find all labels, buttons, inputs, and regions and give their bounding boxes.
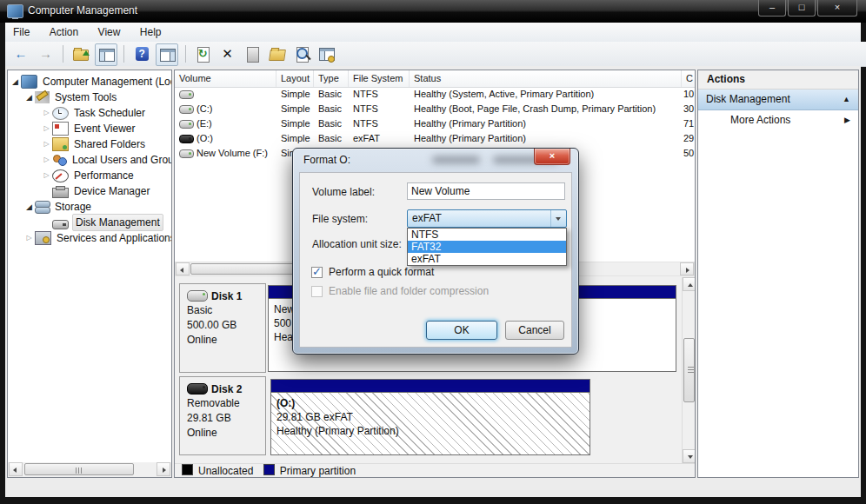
column-header-filesystem[interactable]: File System (349, 70, 410, 87)
column-header-status[interactable]: Status (410, 70, 682, 87)
scroll-up-button[interactable] (683, 277, 696, 291)
tree-item-label: Disk Management (72, 214, 163, 231)
tree-expander-icon[interactable]: ◢ (23, 90, 35, 105)
tree-expander-icon[interactable]: ◢ (23, 199, 35, 215)
dropdown-option-ntfs[interactable]: NTFS (408, 229, 566, 241)
help-button[interactable]: ? (131, 43, 152, 64)
find-button[interactable] (291, 43, 312, 64)
menu-help[interactable]: Help (132, 23, 170, 42)
settings-button[interactable] (316, 43, 336, 64)
column-header-layout[interactable]: Layout (276, 70, 314, 87)
scroll-thumb[interactable] (24, 463, 134, 475)
column-header-volume[interactable]: Volume (175, 70, 276, 87)
scroll-right-button[interactable] (680, 262, 694, 275)
title-bar: Computer Management – □ × (0, 0, 866, 23)
tree-item-disk-management[interactable]: Disk Management (8, 215, 171, 230)
scroll-left-button[interactable] (176, 262, 190, 275)
task-scheduler-icon (52, 107, 69, 120)
show-action-pane-button[interactable] (156, 43, 178, 66)
tree-item-performance[interactable]: ▷ Performance (8, 168, 171, 183)
close-button[interactable]: × (817, 0, 857, 17)
disk-management-icon (52, 220, 69, 229)
volume-status: Healthy (Boot, Page File, Crash Dump, Pr… (410, 102, 682, 116)
scroll-down-button[interactable] (683, 449, 696, 463)
ok-button[interactable]: OK (426, 321, 497, 340)
forward-button[interactable]: → (35, 43, 56, 64)
volume-name: New Volume (F:) (197, 148, 268, 158)
dialog-close-button[interactable]: × (534, 149, 570, 165)
disk2-partition[interactable]: (O:) 29.81 GB exFAT Healthy (Primary Par… (270, 379, 590, 455)
tree-expander-icon[interactable]: ▷ (41, 105, 52, 121)
graph-vscrollbar[interactable] (682, 277, 696, 463)
volume-status: Healthy (Primary Partition) (410, 131, 682, 146)
volume-row[interactable]: (E:) Simple Basic NTFS Healthy (Primary … (175, 116, 695, 131)
volume-filesystem: NTFS (349, 102, 410, 116)
console-tree-pane: ◢ Computer Management (Local) ◢ System T… (7, 70, 172, 478)
volume-row[interactable]: Simple Basic NTFS Healthy (System, Activ… (175, 87, 695, 102)
back-button[interactable]: ← (10, 43, 31, 64)
checkbox-checked-icon[interactable]: ✓ (311, 267, 323, 278)
tree-expander-icon[interactable]: ▷ (41, 168, 52, 183)
quick-format-label: Perform a quick format (329, 266, 434, 278)
tree-item-task-scheduler[interactable]: ▷ Task Scheduler (8, 105, 171, 121)
scroll-right-button[interactable] (157, 462, 170, 476)
open-button[interactable] (266, 43, 287, 64)
up-one-level-button[interactable] (70, 43, 90, 64)
tree-expander-icon[interactable]: ▷ (41, 121, 52, 136)
cancel-button[interactable]: Cancel (505, 321, 564, 340)
scroll-thumb[interactable] (683, 338, 695, 402)
collapse-icon[interactable]: ▲ (843, 90, 850, 109)
toolbar: ← → ? ↻ ✕ (5, 42, 866, 67)
refresh-icon: ↻ (192, 43, 213, 64)
properties-button[interactable] (242, 43, 263, 64)
help-icon: ? (136, 47, 149, 61)
drive-icon (179, 90, 194, 99)
tree-item-event-viewer[interactable]: ▷ Event Viewer (8, 121, 171, 136)
combobox-value: exFAT (412, 212, 442, 224)
dropdown-option-fat32[interactable]: FAT32 (408, 241, 566, 253)
menu-file[interactable]: File (5, 23, 37, 42)
tree-expander-icon[interactable]: ▷ (23, 230, 35, 246)
refresh-button[interactable]: ↻ (192, 43, 213, 64)
tree-item-local-users[interactable]: ▷ Local Users and Groups (8, 152, 171, 168)
dropdown-option-exfat[interactable]: exFAT (408, 253, 566, 265)
tree-item-system-tools[interactable]: ◢ System Tools (8, 90, 171, 105)
combobox-dropdown-button[interactable] (550, 210, 566, 227)
delete-button[interactable]: ✕ (217, 43, 238, 64)
tree-item-device-manager[interactable]: Device Manager (8, 183, 171, 199)
disk2-label-box[interactable]: Disk 2 Removable 29.81 GB Online (179, 376, 266, 455)
dialog-title: Format O: (303, 154, 350, 166)
tree-item-shared-folders[interactable]: ▷ Shared Folders (8, 136, 171, 152)
system-tools-icon (35, 91, 50, 103)
tree-item-label: Local Users and Groups (70, 152, 171, 168)
volume-label-label: Volume label: (312, 186, 375, 198)
volume-filesystem: NTFS (349, 116, 410, 131)
column-header-capacity[interactable]: C (682, 70, 695, 87)
file-system-combobox[interactable]: exFAT (407, 209, 567, 228)
minimize-button[interactable]: – (758, 0, 786, 17)
volume-row[interactable]: (C:) Simple Basic NTFS Healthy (Boot, Pa… (175, 102, 695, 116)
partition-name: (O:) (276, 396, 590, 410)
more-actions-item[interactable]: More Actions ▶ (698, 110, 858, 130)
scroll-thumb[interactable] (190, 263, 296, 275)
tree-item-services-applications[interactable]: ▷ Services and Applications (8, 230, 171, 246)
column-header-type[interactable]: Type (314, 70, 349, 87)
tree-item-storage[interactable]: ◢ Storage (8, 199, 171, 215)
toolbar-separator (185, 45, 186, 63)
volume-label-input[interactable] (407, 182, 565, 200)
quick-format-checkbox-row[interactable]: ✓ Perform a quick format (311, 266, 434, 278)
menu-view[interactable]: View (90, 23, 129, 42)
volume-capacity: 29 (682, 131, 695, 146)
scroll-left-button[interactable] (9, 462, 23, 476)
actions-group-disk-management[interactable]: Disk Management ▲ (698, 90, 858, 110)
disk1-label-box[interactable]: Disk 1 Basic 500.00 GB Online (179, 283, 266, 373)
tree-expander-icon[interactable]: ▷ (41, 136, 52, 152)
show-console-tree-button[interactable] (95, 43, 117, 66)
tree-expander-icon[interactable]: ◢ (10, 74, 21, 90)
volume-row[interactable]: (O:) Simple Basic exFAT Healthy (Primary… (175, 131, 695, 146)
maximize-button[interactable]: □ (788, 0, 816, 17)
tree-expander-icon[interactable]: ▷ (41, 152, 52, 168)
tree-item-computer-management[interactable]: ◢ Computer Management (Local) (8, 74, 171, 90)
menu-action[interactable]: Action (42, 23, 86, 42)
tree-hscrollbar[interactable] (8, 462, 171, 477)
